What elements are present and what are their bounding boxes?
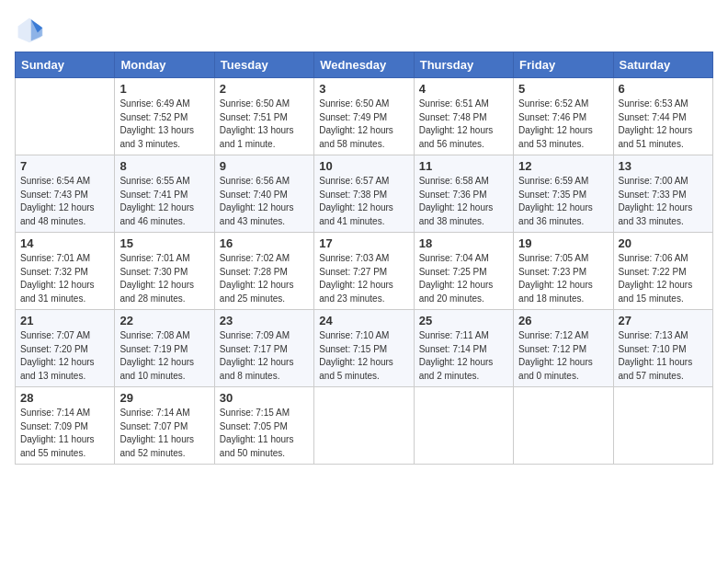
day-info: Sunrise: 6:50 AMSunset: 7:51 PMDaylight:… bbox=[220, 98, 309, 151]
calendar-day-cell: 20Sunrise: 7:06 AMSunset: 7:22 PMDayligh… bbox=[613, 233, 712, 310]
day-number: 18 bbox=[419, 236, 508, 250]
day-number: 12 bbox=[518, 159, 608, 173]
day-number: 29 bbox=[119, 391, 209, 405]
day-info: Sunrise: 6:50 AMSunset: 7:49 PMDaylight:… bbox=[319, 98, 408, 151]
day-number: 7 bbox=[20, 159, 109, 173]
day-info: Sunrise: 6:55 AMSunset: 7:41 PMDaylight:… bbox=[119, 175, 209, 228]
day-info: Sunrise: 7:10 AMSunset: 7:15 PMDaylight:… bbox=[319, 329, 408, 383]
calendar-day-cell: 30Sunrise: 7:15 AMSunset: 7:05 PMDayligh… bbox=[214, 387, 313, 465]
calendar-week-row: 28Sunrise: 7:14 AMSunset: 7:09 PMDayligh… bbox=[16, 387, 713, 465]
day-info: Sunrise: 7:00 AMSunset: 7:33 PMDaylight:… bbox=[619, 175, 708, 228]
calendar-day-cell: 28Sunrise: 7:14 AMSunset: 7:09 PMDayligh… bbox=[16, 387, 115, 465]
day-of-week-header: Tuesday bbox=[214, 52, 313, 78]
calendar-day-cell: 16Sunrise: 7:02 AMSunset: 7:28 PMDayligh… bbox=[214, 233, 313, 310]
day-of-week-header: Wednesday bbox=[314, 52, 414, 78]
calendar-week-row: 21Sunrise: 7:07 AMSunset: 7:20 PMDayligh… bbox=[16, 310, 713, 387]
calendar-day-cell: 26Sunrise: 7:12 AMSunset: 7:12 PMDayligh… bbox=[514, 310, 613, 387]
day-number: 10 bbox=[319, 159, 408, 173]
day-of-week-header: Sunday bbox=[16, 52, 115, 78]
day-number: 20 bbox=[619, 236, 708, 250]
calendar-day-cell bbox=[16, 78, 115, 155]
day-number: 16 bbox=[220, 236, 309, 250]
day-info: Sunrise: 6:57 AMSunset: 7:38 PMDaylight:… bbox=[319, 175, 408, 228]
calendar-table: SundayMondayTuesdayWednesdayThursdayFrid… bbox=[15, 52, 713, 465]
day-info: Sunrise: 6:49 AMSunset: 7:52 PMDaylight:… bbox=[119, 98, 209, 151]
day-info: Sunrise: 6:58 AMSunset: 7:36 PMDaylight:… bbox=[419, 175, 508, 228]
day-number: 4 bbox=[419, 82, 508, 96]
day-number: 17 bbox=[319, 236, 408, 250]
calendar-day-cell bbox=[514, 387, 613, 465]
day-of-week-header: Saturday bbox=[613, 52, 712, 78]
day-number: 19 bbox=[518, 236, 608, 250]
logo-icon bbox=[15, 15, 44, 44]
day-number: 22 bbox=[119, 314, 209, 327]
day-info: Sunrise: 7:11 AMSunset: 7:14 PMDaylight:… bbox=[419, 329, 508, 383]
calendar-day-cell: 9Sunrise: 6:56 AMSunset: 7:40 PMDaylight… bbox=[214, 155, 313, 233]
calendar-day-cell: 8Sunrise: 6:55 AMSunset: 7:41 PMDaylight… bbox=[115, 155, 214, 233]
calendar-day-cell: 1Sunrise: 6:49 AMSunset: 7:52 PMDaylight… bbox=[115, 78, 214, 155]
day-info: Sunrise: 7:05 AMSunset: 7:23 PMDaylight:… bbox=[518, 252, 608, 305]
calendar-day-cell: 25Sunrise: 7:11 AMSunset: 7:14 PMDayligh… bbox=[414, 310, 513, 387]
day-number: 21 bbox=[20, 314, 109, 327]
calendar-week-row: 14Sunrise: 7:01 AMSunset: 7:32 PMDayligh… bbox=[16, 233, 713, 310]
day-number: 5 bbox=[518, 82, 608, 96]
day-info: Sunrise: 7:07 AMSunset: 7:20 PMDaylight:… bbox=[20, 329, 109, 383]
day-info: Sunrise: 7:01 AMSunset: 7:30 PMDaylight:… bbox=[119, 252, 209, 305]
day-number: 28 bbox=[20, 391, 109, 405]
day-number: 23 bbox=[220, 314, 309, 327]
day-info: Sunrise: 7:09 AMSunset: 7:17 PMDaylight:… bbox=[220, 329, 309, 383]
calendar-day-cell: 2Sunrise: 6:50 AMSunset: 7:51 PMDaylight… bbox=[214, 78, 313, 155]
calendar-day-cell: 27Sunrise: 7:13 AMSunset: 7:10 PMDayligh… bbox=[613, 310, 712, 387]
day-info: Sunrise: 6:51 AMSunset: 7:48 PMDaylight:… bbox=[419, 98, 508, 151]
day-info: Sunrise: 6:53 AMSunset: 7:44 PMDaylight:… bbox=[619, 98, 708, 151]
day-info: Sunrise: 7:02 AMSunset: 7:28 PMDaylight:… bbox=[220, 252, 309, 305]
day-info: Sunrise: 6:54 AMSunset: 7:43 PMDaylight:… bbox=[20, 175, 109, 228]
day-info: Sunrise: 7:12 AMSunset: 7:12 PMDaylight:… bbox=[518, 329, 608, 383]
calendar-day-cell: 18Sunrise: 7:04 AMSunset: 7:25 PMDayligh… bbox=[414, 233, 513, 310]
day-number: 6 bbox=[619, 82, 708, 96]
day-of-week-header: Thursday bbox=[414, 52, 513, 78]
day-number: 30 bbox=[220, 391, 309, 405]
calendar-header-row: SundayMondayTuesdayWednesdayThursdayFrid… bbox=[16, 52, 713, 78]
calendar-day-cell: 14Sunrise: 7:01 AMSunset: 7:32 PMDayligh… bbox=[16, 233, 115, 310]
day-number: 9 bbox=[220, 159, 309, 173]
calendar-week-row: 1Sunrise: 6:49 AMSunset: 7:52 PMDaylight… bbox=[16, 78, 713, 155]
day-of-week-header: Monday bbox=[115, 52, 214, 78]
calendar-day-cell: 5Sunrise: 6:52 AMSunset: 7:46 PMDaylight… bbox=[514, 78, 613, 155]
calendar-day-cell: 7Sunrise: 6:54 AMSunset: 7:43 PMDaylight… bbox=[16, 155, 115, 233]
calendar-day-cell: 10Sunrise: 6:57 AMSunset: 7:38 PMDayligh… bbox=[314, 155, 414, 233]
calendar-week-row: 7Sunrise: 6:54 AMSunset: 7:43 PMDaylight… bbox=[16, 155, 713, 233]
day-number: 24 bbox=[319, 314, 408, 327]
calendar-day-cell: 12Sunrise: 6:59 AMSunset: 7:35 PMDayligh… bbox=[514, 155, 613, 233]
calendar-day-cell: 23Sunrise: 7:09 AMSunset: 7:17 PMDayligh… bbox=[214, 310, 313, 387]
calendar-day-cell bbox=[314, 387, 414, 465]
day-info: Sunrise: 7:06 AMSunset: 7:22 PMDaylight:… bbox=[619, 252, 708, 305]
page-header bbox=[15, 15, 713, 44]
day-number: 15 bbox=[119, 236, 209, 250]
day-number: 13 bbox=[619, 159, 708, 173]
day-number: 1 bbox=[119, 82, 209, 96]
calendar-day-cell: 22Sunrise: 7:08 AMSunset: 7:19 PMDayligh… bbox=[115, 310, 214, 387]
day-number: 27 bbox=[619, 314, 708, 327]
day-info: Sunrise: 7:13 AMSunset: 7:10 PMDaylight:… bbox=[619, 329, 708, 383]
day-number: 25 bbox=[419, 314, 508, 327]
calendar-day-cell: 13Sunrise: 7:00 AMSunset: 7:33 PMDayligh… bbox=[613, 155, 712, 233]
calendar-day-cell bbox=[414, 387, 513, 465]
day-info: Sunrise: 7:08 AMSunset: 7:19 PMDaylight:… bbox=[119, 329, 209, 383]
calendar-day-cell: 11Sunrise: 6:58 AMSunset: 7:36 PMDayligh… bbox=[414, 155, 513, 233]
calendar-day-cell: 17Sunrise: 7:03 AMSunset: 7:27 PMDayligh… bbox=[314, 233, 414, 310]
calendar-day-cell: 4Sunrise: 6:51 AMSunset: 7:48 PMDaylight… bbox=[414, 78, 513, 155]
day-info: Sunrise: 6:56 AMSunset: 7:40 PMDaylight:… bbox=[220, 175, 309, 228]
calendar-day-cell bbox=[613, 387, 712, 465]
day-info: Sunrise: 6:59 AMSunset: 7:35 PMDaylight:… bbox=[518, 175, 608, 228]
day-number: 26 bbox=[518, 314, 608, 327]
day-number: 2 bbox=[220, 82, 309, 96]
calendar-day-cell: 24Sunrise: 7:10 AMSunset: 7:15 PMDayligh… bbox=[314, 310, 414, 387]
calendar-day-cell: 6Sunrise: 6:53 AMSunset: 7:44 PMDaylight… bbox=[613, 78, 712, 155]
day-number: 8 bbox=[119, 159, 209, 173]
calendar-day-cell: 21Sunrise: 7:07 AMSunset: 7:20 PMDayligh… bbox=[16, 310, 115, 387]
logo bbox=[15, 15, 48, 44]
day-info: Sunrise: 7:01 AMSunset: 7:32 PMDaylight:… bbox=[20, 252, 109, 305]
day-of-week-header: Friday bbox=[514, 52, 613, 78]
day-number: 11 bbox=[419, 159, 508, 173]
